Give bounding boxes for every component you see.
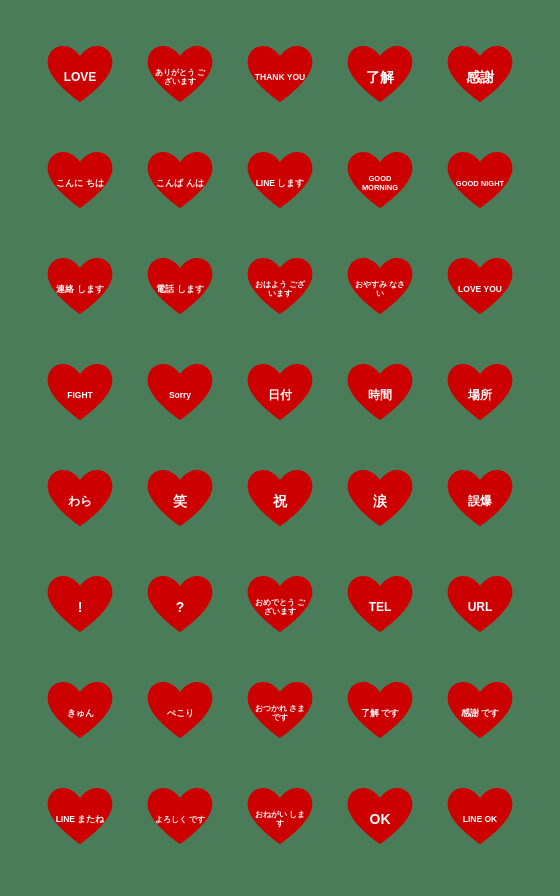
emoji-cell[interactable]: 感謝 です	[430, 660, 530, 766]
emoji-label: 涙	[373, 493, 387, 510]
emoji-label: 電話 します	[156, 284, 203, 294]
emoji-cell[interactable]: こんば んは	[130, 130, 230, 236]
emoji-label: 感謝 です	[461, 708, 499, 718]
emoji-cell[interactable]: 電話 します	[130, 236, 230, 342]
emoji-label: URL	[468, 600, 493, 614]
emoji-cell[interactable]: Sorry	[130, 342, 230, 448]
emoji-cell[interactable]: LINE します	[230, 130, 330, 236]
emoji-cell[interactable]: OK	[330, 766, 430, 872]
emoji-label: LINE OK	[463, 814, 497, 824]
emoji-label: GOOD NIGHT	[456, 179, 504, 188]
emoji-label: おやすみ なさい	[351, 280, 409, 298]
emoji-label: 連絡 します	[56, 284, 103, 294]
emoji-cell[interactable]: おめでとう ございます	[230, 554, 330, 660]
emoji-cell[interactable]: 祝	[230, 448, 330, 554]
emoji-cell[interactable]: 笑	[130, 448, 230, 554]
emoji-cell[interactable]: GOOD MORNING	[330, 130, 430, 236]
emoji-label: おはよう ございます	[251, 280, 309, 298]
emoji-cell[interactable]: 日付	[230, 342, 330, 448]
emoji-label: LINE します	[256, 178, 305, 188]
emoji-label: 場所	[468, 388, 492, 402]
emoji-cell[interactable]: よろしく です	[130, 766, 230, 872]
emoji-label: おめでとう ございます	[251, 598, 309, 616]
emoji-label: こんに ちは	[56, 178, 103, 188]
emoji-label: おねがい します	[251, 810, 309, 828]
emoji-label: TEL	[369, 600, 392, 614]
emoji-label: OK	[370, 811, 391, 828]
emoji-cell[interactable]: こんに ちは	[30, 130, 130, 236]
emoji-cell[interactable]: URL	[430, 554, 530, 660]
emoji-cell[interactable]: 場所	[430, 342, 530, 448]
emoji-cell[interactable]: TEL	[330, 554, 430, 660]
emoji-cell[interactable]: おつかれ さまです	[230, 660, 330, 766]
emoji-cell[interactable]: 誤爆	[430, 448, 530, 554]
emoji-cell[interactable]: LOVE	[30, 24, 130, 130]
emoji-cell[interactable]: FIGHT	[30, 342, 130, 448]
emoji-cell[interactable]: 連絡 します	[30, 236, 130, 342]
emoji-cell[interactable]: おはよう ございます	[230, 236, 330, 342]
emoji-label: ぺこり	[167, 708, 194, 718]
emoji-label: GOOD MORNING	[351, 174, 409, 192]
emoji-label: LOVE	[64, 70, 97, 84]
emoji-grid: LOVEありがとう ございますTHANK YOU了解感謝こんに ちはこんば んは…	[20, 16, 540, 880]
emoji-label: 祝	[273, 493, 287, 510]
emoji-cell[interactable]: LOVE YOU	[430, 236, 530, 342]
emoji-label: LINE またね	[56, 814, 105, 824]
emoji-label: わら	[68, 494, 92, 508]
emoji-label: 了解 です	[361, 708, 399, 718]
emoji-label: よろしく です	[155, 815, 205, 824]
emoji-cell[interactable]: 了解 です	[330, 660, 430, 766]
emoji-label: ?	[176, 599, 185, 616]
emoji-cell[interactable]: 感謝	[430, 24, 530, 130]
emoji-cell[interactable]: わら	[30, 448, 130, 554]
emoji-label: こんば んは	[156, 178, 203, 188]
emoji-label: 感謝	[466, 69, 494, 86]
emoji-label: 時間	[368, 388, 392, 402]
emoji-cell[interactable]: ぺこり	[130, 660, 230, 766]
emoji-label: 誤爆	[468, 494, 492, 508]
emoji-label: LOVE YOU	[458, 284, 502, 294]
emoji-cell[interactable]: 時間	[330, 342, 430, 448]
emoji-label: 笑	[173, 493, 187, 510]
emoji-label: !	[78, 599, 83, 616]
emoji-cell[interactable]: おやすみ なさい	[330, 236, 430, 342]
emoji-cell[interactable]: LINE OK	[430, 766, 530, 872]
emoji-cell[interactable]: 涙	[330, 448, 430, 554]
emoji-label: おつかれ さまです	[251, 704, 309, 722]
emoji-label: 了解	[366, 69, 394, 86]
emoji-cell[interactable]: LINE またね	[30, 766, 130, 872]
emoji-cell[interactable]: !	[30, 554, 130, 660]
emoji-label: FIGHT	[67, 390, 93, 400]
emoji-cell[interactable]: GOOD NIGHT	[430, 130, 530, 236]
emoji-cell[interactable]: おねがい します	[230, 766, 330, 872]
emoji-label: きゅん	[67, 708, 94, 718]
emoji-label: ありがとう ございます	[151, 68, 209, 86]
emoji-cell[interactable]: ありがとう ございます	[130, 24, 230, 130]
emoji-cell[interactable]: THANK YOU	[230, 24, 330, 130]
emoji-cell[interactable]: ?	[130, 554, 230, 660]
emoji-label: THANK YOU	[255, 72, 305, 82]
emoji-cell[interactable]: きゅん	[30, 660, 130, 766]
emoji-label: Sorry	[169, 390, 191, 400]
emoji-cell[interactable]: 了解	[330, 24, 430, 130]
emoji-label: 日付	[268, 388, 292, 402]
